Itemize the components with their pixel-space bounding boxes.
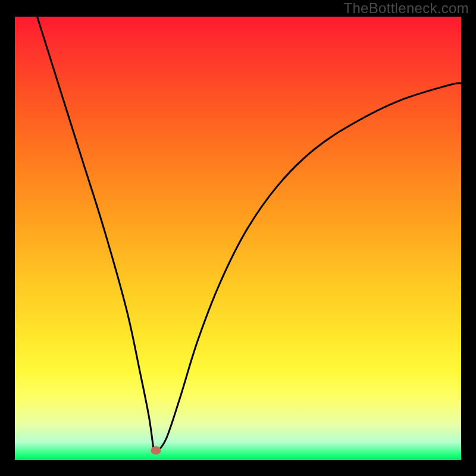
- watermark-text: TheBottleneck.com: [343, 0, 469, 17]
- plot-area: [15, 17, 461, 460]
- bottleneck-curve: [15, 17, 461, 460]
- chart-frame: TheBottleneck.com: [0, 0, 476, 476]
- optimal-point-marker: [151, 446, 161, 455]
